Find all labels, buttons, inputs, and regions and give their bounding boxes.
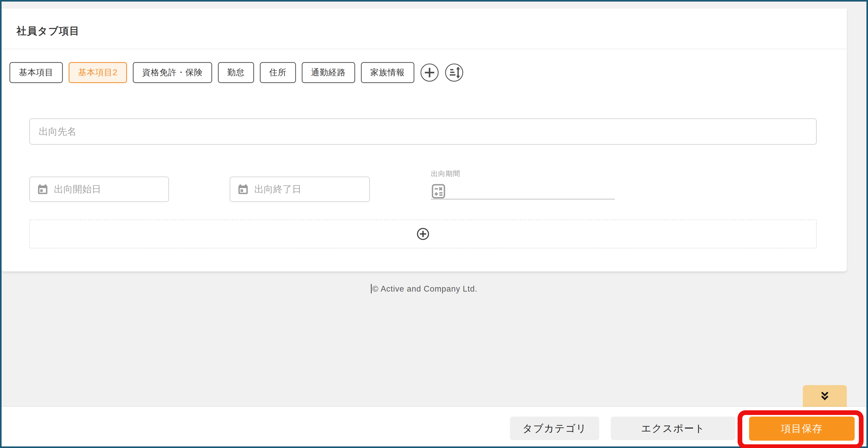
calculator-icon — [431, 184, 446, 199]
save-items-button[interactable]: 項目保存 — [749, 417, 855, 441]
date-placeholder: 出向終了日 — [254, 183, 302, 196]
date-placeholder: 出向開始日 — [54, 183, 101, 196]
tab-commute-route[interactable]: 通勤経路 — [302, 62, 355, 83]
add-tab-button[interactable] — [420, 63, 439, 82]
field-label: 出向期間 — [431, 169, 615, 178]
calendar-icon — [238, 184, 249, 195]
tab-address[interactable]: 住所 — [260, 62, 296, 83]
tab-basic-items-2[interactable]: 基本項目2 — [69, 62, 127, 83]
tab-bar: 基本項目 基本項目2 資格免許・保険 勤怠 住所 通勤経路 家族情報 — [9, 62, 464, 83]
sort-list-icon — [445, 63, 464, 82]
text-cursor — [371, 284, 372, 293]
tab-licenses-insurance[interactable]: 資格免許・保険 — [133, 62, 212, 83]
employee-tab-settings-card: 社員タブ項目 基本項目 基本項目2 資格免許・保険 勤怠 住所 通勤経路 家族情… — [2, 9, 847, 271]
tab-family-info[interactable]: 家族情報 — [361, 62, 414, 83]
collapse-panel-button[interactable] — [803, 385, 847, 407]
title-divider — [2, 49, 847, 49]
secondment-start-date-field[interactable]: 出向開始日 — [29, 177, 169, 202]
export-button[interactable]: エクスポート — [611, 417, 736, 440]
page-title: 社員タブ項目 — [17, 24, 80, 38]
footer-copyright: © Active and Company Ltd. — [2, 284, 847, 294]
copyright-text: © Active and Company Ltd. — [372, 284, 477, 293]
bottom-action-bar: タブカテゴリ エクスポート 項目保存 — [2, 407, 866, 446]
reorder-tabs-button[interactable] — [445, 63, 464, 82]
tab-attendance[interactable]: 勤怠 — [218, 62, 254, 83]
tab-basic-items[interactable]: 基本項目 — [9, 62, 63, 83]
secondment-period-field: 出向期間 — [431, 169, 615, 199]
add-field-button[interactable] — [414, 226, 431, 242]
secondment-name-input[interactable] — [29, 118, 817, 145]
tab-category-button[interactable]: タブカテゴリ — [510, 417, 599, 440]
plus-circle-icon — [416, 227, 430, 241]
calendar-icon — [37, 184, 48, 195]
add-field-dropzone — [29, 219, 817, 248]
chevron-double-down-icon — [819, 390, 831, 402]
plus-circle-icon — [420, 63, 439, 82]
secondment-end-date-field[interactable]: 出向終了日 — [230, 177, 370, 202]
secondment-period-input[interactable] — [450, 183, 615, 199]
